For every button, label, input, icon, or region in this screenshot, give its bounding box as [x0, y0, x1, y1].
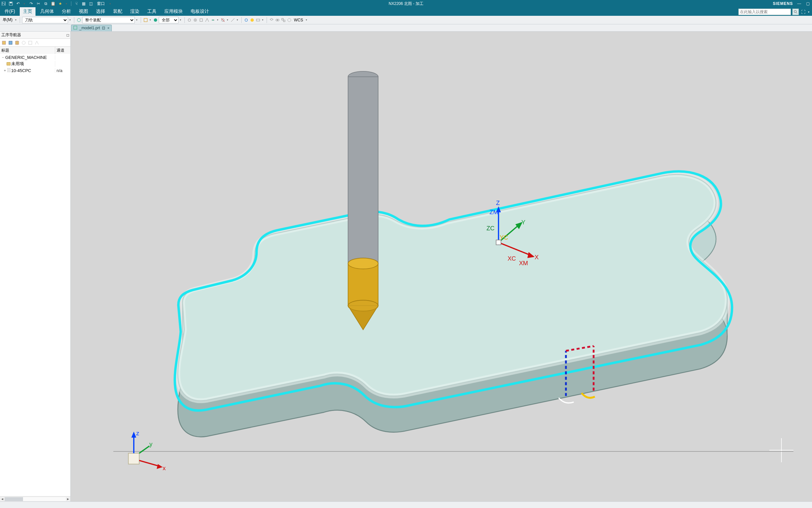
svg-text:y: y — [150, 440, 153, 448]
tab-close-icon[interactable]: × — [107, 26, 109, 30]
tool — [348, 72, 378, 330]
tab-pin-icon[interactable]: ⊡ — [102, 26, 105, 30]
scroll-right-icon[interactable]: ► — [66, 497, 70, 501]
svg-line-4 — [796, 12, 797, 13]
undo-icon[interactable]: ↶ — [16, 1, 20, 6]
star-icon[interactable]: ★ — [58, 1, 62, 6]
menu-view[interactable]: 视图 — [76, 7, 91, 16]
menu-analysis[interactable]: 分析 — [58, 7, 74, 16]
vis-3-dropdown-icon[interactable] — [261, 17, 264, 23]
col-header-title[interactable]: 标题 — [0, 47, 55, 54]
filter-icon[interactable] — [76, 17, 82, 23]
grid-icon[interactable]: ▦ — [81, 1, 86, 6]
expander-icon[interactable]: − — [1, 55, 5, 59]
document-tab[interactable]: _model1.prt ⊡ × — [71, 25, 112, 31]
save-icon[interactable] — [8, 1, 13, 6]
vis-2-icon[interactable] — [249, 17, 255, 23]
tree-node-unused[interactable]: 未用项 — [0, 60, 70, 67]
menu-electrode[interactable]: 电板设计 — [187, 7, 212, 16]
copy-icon[interactable]: ⧉ — [43, 1, 48, 6]
col-header-channel[interactable]: 通道 — [55, 47, 70, 54]
maximize-icon[interactable]: ▢ — [805, 1, 810, 6]
fullscreen-dropdown-icon[interactable] — [807, 9, 810, 14]
snap-5-dropdown-icon[interactable] — [216, 17, 219, 23]
vis-3-icon[interactable] — [255, 17, 261, 23]
menu-geometry[interactable]: 几何体 — [37, 7, 57, 16]
menu-render[interactable]: 渲染 — [127, 7, 143, 16]
menu-button-dropdown-icon[interactable] — [14, 17, 17, 23]
svg-rect-31 — [29, 41, 32, 44]
vis-1-icon[interactable] — [244, 17, 249, 23]
svg-rect-62 — [496, 240, 501, 245]
selection-scope-select[interactable]: 全部 — [159, 17, 179, 24]
snap-2-icon[interactable] — [193, 17, 198, 23]
scroll-track[interactable] — [5, 497, 66, 501]
selection-scope-dropdown-icon[interactable] — [179, 17, 182, 23]
svg-text:x: x — [163, 465, 166, 471]
minimize-icon[interactable]: — — [797, 1, 802, 6]
menu-assembly[interactable]: 装配 — [110, 7, 126, 16]
snap-5-icon[interactable] — [210, 17, 216, 23]
touch-icon[interactable]: ☟ — [74, 1, 79, 6]
nav-ico-2-icon[interactable] — [8, 40, 13, 45]
snap-6-dropdown-icon[interactable] — [226, 17, 229, 23]
snap-7-icon[interactable] — [230, 17, 235, 23]
redo-icon[interactable]: ↷ — [29, 1, 34, 6]
menu-select[interactable]: 选择 — [93, 7, 108, 16]
navigator-tree[interactable]: − GENERIC_MACHINE 未用项 + 10-45CPC — [0, 54, 70, 496]
svg-rect-2 — [10, 2, 12, 3]
sel-mode-dropdown-icon[interactable] — [149, 17, 151, 23]
tab-label: _model1.prt — [79, 26, 100, 30]
tree-node-root[interactable]: − GENERIC_MACHINE — [0, 54, 70, 60]
svg-rect-42 — [348, 77, 378, 263]
cut-icon[interactable]: ✂ — [36, 1, 41, 6]
nav-ico-3-icon[interactable] — [14, 40, 20, 45]
layer-3-icon[interactable] — [281, 17, 286, 23]
window-menu[interactable]: 窗口 — [96, 1, 106, 7]
layer-2-icon[interactable] — [275, 17, 280, 23]
paste-icon[interactable]: 📋 — [51, 1, 55, 6]
tree-node-program[interactable]: + 10-45CPC n/a — [0, 67, 70, 74]
snap-4-icon[interactable] — [204, 17, 210, 23]
menu-button[interactable]: 单(M) — [1, 17, 14, 23]
nav-ico-6-icon[interactable] — [34, 40, 40, 45]
snap-1-icon[interactable] — [187, 17, 192, 23]
menu-file[interactable]: 件(F) — [1, 7, 18, 16]
expander-icon[interactable]: + — [3, 69, 7, 72]
nav-ico-4-icon[interactable] — [21, 40, 26, 45]
layer-1-icon[interactable] — [269, 17, 274, 23]
type-filter-dropdown-icon[interactable] — [69, 17, 71, 23]
menu-tools[interactable]: 工具 — [144, 7, 160, 16]
panel-options-icon[interactable]: □ — [67, 33, 69, 38]
svg-text:XM: XM — [519, 260, 528, 266]
snap-6-icon[interactable] — [220, 17, 226, 23]
scroll-left-icon[interactable]: ◄ — [1, 497, 4, 501]
type-filter-select[interactable]: 刀轨 — [22, 17, 68, 24]
star-dropdown-icon[interactable] — [65, 1, 68, 6]
snap-7-dropdown-icon[interactable] — [236, 17, 239, 23]
fullscreen-icon[interactable]: ⛶ — [800, 8, 806, 15]
nav-ico-5-icon[interactable] — [28, 40, 33, 45]
menu-home[interactable]: 主页 — [20, 7, 36, 16]
snap-3-icon[interactable] — [199, 17, 204, 23]
scroll-thumb[interactable] — [5, 497, 23, 501]
menu-app-module[interactable]: 应用模块 — [161, 7, 186, 16]
highlight-icon[interactable] — [153, 17, 158, 23]
navigator-hscroll[interactable]: ◄ ► — [0, 496, 70, 501]
search-input[interactable] — [738, 8, 791, 15]
window-dropdown-icon[interactable] — [109, 1, 111, 6]
window-layout-icon[interactable]: ◫ — [88, 1, 93, 6]
svg-rect-26 — [2, 41, 6, 44]
search-icon[interactable] — [792, 8, 799, 15]
toolbar-separator-icon — [267, 17, 267, 23]
assembly-scope-dropdown-icon[interactable] — [135, 17, 138, 23]
assembly-scope-select[interactable]: 整个装配 — [82, 17, 135, 24]
wcs-label[interactable]: WCS — [293, 18, 304, 23]
layer-4-icon[interactable] — [287, 17, 292, 23]
sel-mode-icon[interactable] — [143, 17, 148, 23]
undo-dropdown-icon[interactable] — [23, 1, 26, 6]
wcs-dropdown-icon[interactable] — [305, 17, 308, 23]
nav-ico-1-icon[interactable] — [1, 40, 7, 45]
nx-logo-icon[interactable] — [1, 1, 6, 6]
graphics-viewport[interactable]: Z ZM ZC Y YC X XC XM — [71, 32, 812, 501]
